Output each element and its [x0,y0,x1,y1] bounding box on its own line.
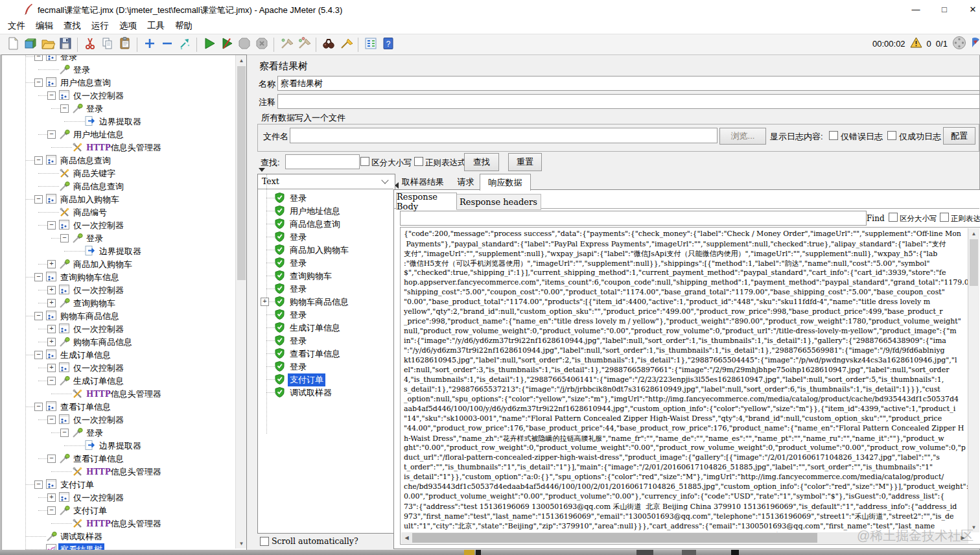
collapse-toggle[interactable]: − [47,377,56,385]
collapse-toggle[interactable]: − [47,416,56,424]
tree-item[interactable]: 边界提取器 [2,439,234,452]
function-helper-button[interactable] [362,36,379,53]
response-case-checkbox[interactable] [889,213,898,222]
collapse-toggle[interactable]: − [34,351,43,359]
menu-item[interactable]: 编辑 [36,20,53,32]
collapse-toggle[interactable]: − [34,312,43,320]
tree-item[interactable]: −购物车商品信息 [2,309,234,322]
search-input[interactable] [285,154,360,169]
collapse-toggle[interactable]: − [34,156,43,165]
tree-item[interactable]: −仅一次控制器 [2,89,234,102]
tree-item[interactable]: −登录 [2,231,234,244]
collapse-toggle[interactable]: − [60,234,69,242]
collapse-toggle[interactable]: − [34,78,43,87]
tab-request[interactable]: 请求 [452,174,480,189]
toggle-button[interactable] [176,36,193,53]
menu-item[interactable]: 查找 [64,20,81,32]
close-button[interactable]: ✕ [959,0,980,18]
save-button[interactable] [56,36,74,53]
result-item[interactable]: 登录 [258,230,393,243]
collapse-toggle[interactable]: − [34,273,43,281]
tree-item[interactable]: 边界提取器 [2,115,234,128]
tree-item[interactable]: −查看订单信息 [2,400,234,413]
name-field[interactable]: 察看结果树 [277,76,980,91]
search-reset-button[interactable] [337,36,355,53]
start-button[interactable] [200,36,218,53]
tree-item[interactable]: −生成订单信息 [2,348,234,361]
collapse-toggle[interactable]: − [47,221,56,230]
splitter-collapse-icon[interactable] [259,168,265,172]
tree-item[interactable]: 商品编号 [2,206,234,218]
collapse-toggle[interactable]: − [47,506,56,515]
result-item[interactable]: 登录 [258,282,393,295]
tree-item[interactable]: 商品信息查询 [2,180,234,193]
scroll-up-icon[interactable]: ▲ [236,55,247,65]
tree-item[interactable]: +仅一次控制器 [2,491,234,504]
tab-response-data[interactable]: 响应数据 [480,174,531,191]
search-button[interactable] [320,36,337,53]
find-button[interactable]: 查找 [464,153,499,171]
clear-all-button[interactable] [295,36,312,53]
tree-item[interactable]: HTTP信息头管理器 [2,387,234,400]
reset-button[interactable]: 重置 [508,153,542,171]
collapse-toggle[interactable]: − [34,195,43,204]
search-case-checkbox[interactable] [360,157,369,166]
subtab-response-body[interactable]: Response Body [396,193,457,210]
tree-item[interactable]: −商品信息查询 [2,154,234,167]
start-no-pauses-button[interactable] [218,36,235,53]
tree-item[interactable]: −用户地址信息 [2,128,234,141]
tree-item[interactable]: −登录 [2,102,234,115]
result-item[interactable]: 登录 [258,191,393,204]
result-item[interactable]: 支付订单 [258,373,393,386]
tree-item[interactable]: +购物车商品信息 [2,335,234,348]
expand-toggle[interactable]: + [47,286,56,294]
result-item[interactable]: 查询购物车 [258,269,393,282]
shutdown-button[interactable] [253,36,270,53]
menu-item[interactable]: 文件 [8,20,25,32]
new-file-button[interactable] [4,36,21,53]
result-item[interactable]: 登录 [258,334,393,347]
result-item[interactable]: 用户地址信息 [258,204,393,217]
stop-button[interactable] [235,36,253,53]
collapse-toggle[interactable]: − [60,429,69,437]
tree-item[interactable]: −商品加入购物车 [2,193,234,206]
expand-toggle[interactable]: + [47,493,56,502]
tree-item[interactable]: −查看订单信息 [2,452,234,465]
expand-toggle[interactable]: + [47,364,56,372]
response-scroll-left-icon[interactable]: ◀ [401,532,412,543]
warning-icon[interactable] [910,37,922,51]
result-item[interactable]: 登录 [258,360,393,373]
tab-sampler-result[interactable]: 取样器结果 [394,174,452,189]
tree-item[interactable]: +仅一次控制器 [2,322,234,335]
tree-item[interactable]: −生成订单信息 [2,374,234,387]
tree-item[interactable]: −仅一次控制器 [2,413,234,426]
result-item[interactable]: 商品信息查询 [258,217,393,230]
cut-button[interactable] [81,36,99,53]
tree-item[interactable]: 边界提取器 [2,244,234,257]
menu-item[interactable]: 运行 [91,20,109,32]
collapse-toggle[interactable]: − [47,130,56,139]
collapse-toggle[interactable]: − [60,104,69,113]
menu-item[interactable]: 帮助 [175,20,192,32]
maximize-button[interactable]: □ [930,0,959,18]
response-regex-checkbox[interactable] [940,213,949,222]
collapse-toggle[interactable]: − [34,55,43,61]
menu-item[interactable]: 选项 [119,20,137,32]
expand-toggle[interactable]: + [261,298,269,306]
expand-toggle[interactable]: + [47,325,56,333]
minimize-button[interactable]: — [902,0,930,18]
result-item[interactable]: 登录 [258,256,393,269]
response-hscrollbar-thumb[interactable] [412,533,817,543]
tree-item[interactable]: 商品关键字 [2,167,234,180]
response-vscrollbar[interactable]: ▲ ▼ [968,228,979,532]
search-regex-checkbox[interactable] [414,157,423,166]
comment-field[interactable] [277,94,980,109]
clear-button[interactable] [277,36,295,53]
tree-item[interactable]: +仅一次控制器 [2,361,234,374]
response-find-input[interactable] [400,211,867,226]
collapse-toggle[interactable]: − [34,403,43,411]
tree-item[interactable]: 调试取样器 [2,530,234,543]
tree-item[interactable]: HTTP信息头管理器 [2,517,234,530]
tree-item[interactable]: HTTP信息头管理器 [2,141,234,154]
open-folder-button[interactable] [39,36,56,53]
